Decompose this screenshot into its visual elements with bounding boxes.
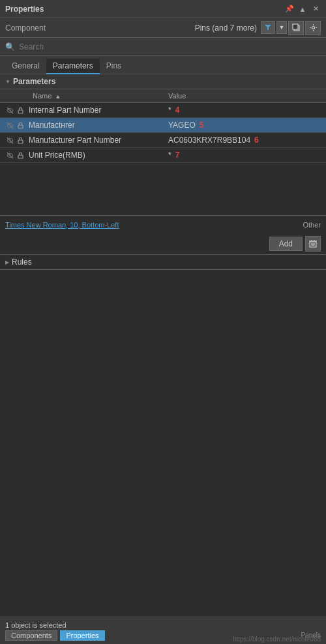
pins-label: Pins (and 7 more) xyxy=(195,23,257,33)
table-row[interactable]: Manufactнrer YAGEO5 xyxy=(0,118,326,133)
table-row[interactable]: Internal Part Number *4 xyxy=(0,103,326,118)
table-cell-value: YAGEO5 xyxy=(163,118,326,133)
add-row: Add xyxy=(0,233,326,255)
title-bar: Properties 📌 ▲ ✕ xyxy=(0,0,326,18)
lock-icon xyxy=(16,151,25,160)
rules-label: Rules xyxy=(12,257,32,267)
svg-rect-19 xyxy=(18,155,23,158)
svg-rect-13 xyxy=(18,125,23,128)
table-cell-value: *7 xyxy=(163,148,326,163)
search-bar: 🔍 xyxy=(0,38,326,56)
status-text: 1 object is selected xyxy=(5,621,321,629)
row-name-text: Manufacturer Part Number xyxy=(29,136,121,145)
table-cell-value: *4 xyxy=(163,103,326,118)
row-name-text: Manufactнrer xyxy=(29,121,75,130)
svg-marker-0 xyxy=(265,25,271,30)
components-tab-button[interactable]: Components xyxy=(5,630,57,641)
table-header-row: Name ▲ Value xyxy=(0,89,326,103)
empty-area xyxy=(0,163,326,215)
table-cell-name: Internal Part Number xyxy=(0,103,163,118)
table-row[interactable]: Unit Price(RMB) *7 xyxy=(0,148,326,163)
sort-icon: ▲ xyxy=(55,93,61,100)
column-header-value: Value xyxy=(163,89,326,103)
row-name-text: Internal Part Number xyxy=(29,106,101,115)
row-value-text: AC0603KRX7R9BB104 xyxy=(168,136,250,145)
other-label[interactable]: Other xyxy=(303,221,321,229)
search-input[interactable] xyxy=(19,42,321,51)
table-cell-value: AC0603KRX7R9BB1046 xyxy=(163,133,326,148)
row-red-number: 5 xyxy=(200,121,204,130)
add-button[interactable]: Add xyxy=(269,237,303,251)
row-red-number: 6 xyxy=(254,136,259,145)
svg-rect-2 xyxy=(293,24,298,29)
parameters-table: Name ▲ Value xyxy=(0,89,326,163)
svg-rect-10 xyxy=(18,110,23,113)
search-icon: 🔍 xyxy=(5,42,15,51)
lock-icon xyxy=(16,106,25,115)
row-name-text: Unit Price(RMB) xyxy=(29,151,85,160)
svg-point-3 xyxy=(312,27,314,29)
svg-rect-16 xyxy=(18,140,23,143)
pin-icon[interactable]: 📌 xyxy=(284,4,295,14)
close-icon[interactable]: ✕ xyxy=(310,4,321,14)
tab-parameters[interactable]: Parameters xyxy=(46,59,100,74)
title-bar-icons: 📌 ▲ ✕ xyxy=(284,4,321,14)
lock-icon xyxy=(16,136,25,145)
row-red-number: 7 xyxy=(175,151,180,160)
window-title: Properties xyxy=(5,5,44,14)
rules-section[interactable]: ▶ Rules xyxy=(0,255,326,270)
table-row[interactable]: Manufacturer Part Number AC0603KRX7R9BB1… xyxy=(0,133,326,148)
column-header-name: Name ▲ xyxy=(0,89,163,103)
visibility-icon xyxy=(5,121,14,130)
visibility-icon xyxy=(5,106,14,115)
component-label: Component xyxy=(5,23,46,33)
row-red-number: 4 xyxy=(175,106,180,115)
font-info-link[interactable]: Times New Roman, 10, Bottom-Left xyxy=(5,221,119,229)
properties-tab-button[interactable]: Properties xyxy=(60,630,104,641)
parameters-section-label: Parameters xyxy=(13,77,55,86)
copy-button[interactable] xyxy=(288,21,304,35)
collapse-triangle-icon: ▼ xyxy=(5,79,10,85)
dropdown-arrow-button[interactable]: ▼ xyxy=(276,21,287,34)
row-value-text: * xyxy=(168,151,171,160)
parameters-section-header[interactable]: ▼ Parameters xyxy=(0,74,326,89)
visibility-icon xyxy=(5,151,14,160)
row-value-text: YAGEO xyxy=(168,121,196,130)
pin2-icon[interactable]: ▲ xyxy=(297,4,308,14)
table-cell-name: Unit Price(RMB) xyxy=(0,148,163,163)
filter-button[interactable] xyxy=(261,21,275,34)
settings-button[interactable] xyxy=(305,21,321,35)
bottom-info: Times New Roman, 10, Bottom-Left Other xyxy=(0,215,326,233)
table-cell-name: Manufacturer Part Number xyxy=(0,133,163,148)
toolbar: Component Pins (and 7 more) ▼ xyxy=(0,18,326,38)
table-cell-name: Manufactнrer xyxy=(0,118,163,133)
watermark: https://blog.csdn.net/nicole088 xyxy=(233,636,321,643)
rules-triangle-icon: ▶ xyxy=(5,259,9,265)
tabs: General Parameters Pins xyxy=(0,56,326,74)
lock-icon xyxy=(16,121,25,130)
main-empty-area xyxy=(0,270,326,589)
toolbar-pins: Pins (and 7 more) ▼ xyxy=(195,21,321,35)
tab-pins[interactable]: Pins xyxy=(100,59,128,74)
delete-button[interactable] xyxy=(305,236,321,252)
tab-general[interactable]: General xyxy=(5,59,46,74)
visibility-icon xyxy=(5,136,14,145)
row-value-text: * xyxy=(168,106,171,115)
